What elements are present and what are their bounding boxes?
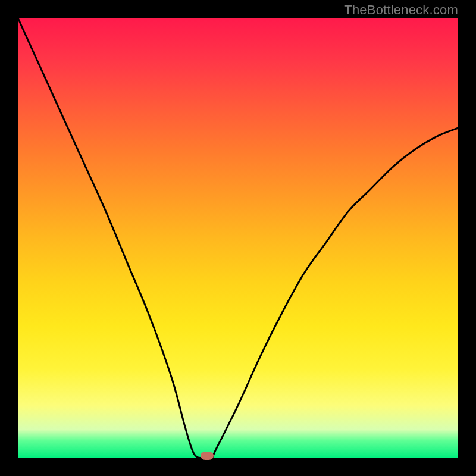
bottleneck-curve [18, 18, 458, 458]
chart-frame: TheBottleneck.com [0, 0, 476, 476]
plot-area [18, 18, 458, 458]
optimal-point-marker [201, 452, 214, 460]
attribution-label: TheBottleneck.com [344, 2, 458, 18]
